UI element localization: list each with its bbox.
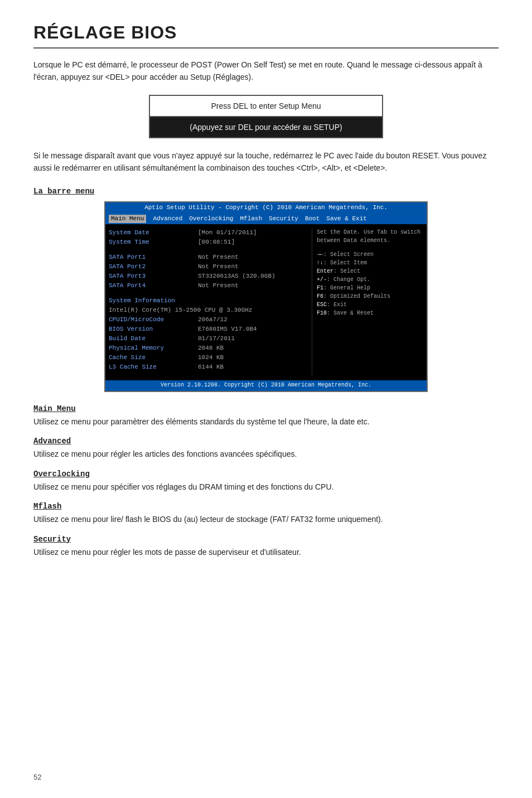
bios-sata4-value: Not Present xyxy=(198,282,239,291)
bios-sidebar: Set the Date. Use Tab to switch between … xyxy=(312,229,423,376)
menu-security-desc: Utilisez ce menu pour régler les mots de… xyxy=(33,546,499,558)
intro-paragraph2: Si le message disparaît avant que vous n… xyxy=(33,149,499,175)
bios-build-date-value: 01/17/2011 xyxy=(198,335,235,344)
bios-build-date-row: Build Date 01/17/2011 xyxy=(109,335,307,344)
menu-section-mflash: Mflash Utilisez ce menu pour lire/ flash… xyxy=(33,502,499,525)
bios-l3-cache-value: 6144 KB xyxy=(198,363,224,372)
bios-system-time-value: [00:08:51] xyxy=(198,238,235,247)
bios-body: System Date [Mon 01/17/2011] System Time… xyxy=(105,224,427,380)
bios-menu-mflash[interactable]: Mflash xyxy=(240,215,262,224)
bios-bios-ver-label: BIOS Version xyxy=(109,325,198,334)
bios-cache-size-row: Cache Size 1024 KB xyxy=(109,354,307,362)
bios-cpu-value: Intel(R) Core(TM) i5-2500 CPU @ 3.30GHz xyxy=(109,306,252,315)
menu-main-desc: Utilisez ce menu pour paramètrer des élé… xyxy=(33,415,499,428)
bios-screenshot: Aptio Setup Utility - Copyright (C) 2010… xyxy=(104,201,428,392)
menu-mflash-desc: Utilisez ce menu pour lire/ flash le BIO… xyxy=(33,513,499,525)
bios-menu-boot[interactable]: Boot xyxy=(305,215,320,224)
menu-section-main: Main Menu Utilisez ce menu pour paramètr… xyxy=(33,404,499,428)
barre-menu-section-title: La barre menu xyxy=(33,187,499,196)
press-del-box: Press DEL to enter Setup Menu (Appuyez s… xyxy=(149,95,383,138)
shortcut-3: Enter: Select xyxy=(317,267,423,275)
bios-cache-size-label: Cache Size xyxy=(109,354,198,362)
bios-cpu-row: Intel(R) Core(TM) i5-2500 CPU @ 3.30GHz xyxy=(109,306,307,315)
bios-system-time-label: System Time xyxy=(109,238,198,247)
bios-sata3-row: SATA Port3 ST3320613AS (320.0GB) xyxy=(109,272,307,281)
page-title: RÉGLAGE BIOS xyxy=(33,22,499,43)
menu-advanced-title: Advanced xyxy=(33,437,499,446)
bios-help-text: Set the Date. Use Tab to switch between … xyxy=(317,229,423,245)
bios-main-panel: System Date [Mon 01/17/2011] System Time… xyxy=(109,229,312,376)
bios-sysinfo-label: System Information xyxy=(109,297,198,306)
bios-sata1-row: SATA Port1 Not Present xyxy=(109,253,307,262)
bios-system-date-label: System Date xyxy=(109,229,198,238)
bios-sysinfo-label-row: System Information xyxy=(109,297,307,306)
bios-menu-bar: Main Menu Advanced Overclocking Mflash S… xyxy=(105,214,427,225)
bios-sata4-row: SATA Port4 Not Present xyxy=(109,282,307,291)
bios-sata4-label: SATA Port4 xyxy=(109,282,198,291)
bios-system-time-row: System Time [00:08:51] xyxy=(109,238,307,247)
menu-security-title: Security xyxy=(33,535,499,544)
bios-cpuid-row: CPUID/MicroCode 206a7/12 xyxy=(109,316,307,325)
bios-sata2-value: Not Present xyxy=(198,263,239,272)
menu-section-advanced: Advanced Utilisez ce menu pour régler le… xyxy=(33,437,499,460)
bios-sata3-value: ST3320613AS (320.0GB) xyxy=(198,272,275,281)
bios-build-date-label: Build Date xyxy=(109,335,198,344)
menu-overclocking-title: Overclocking xyxy=(33,470,499,478)
menu-main-title: Main Menu xyxy=(33,404,499,413)
bios-cpuid-label: CPUID/MicroCode xyxy=(109,316,198,325)
shortcut-7: ESC: Exit xyxy=(317,301,423,309)
bios-system-date-value: [Mon 01/17/2011] xyxy=(198,229,257,238)
shortcut-1: →←: Select Screen xyxy=(317,250,423,259)
bios-l3-cache-row: L3 Cache Size 6144 KB xyxy=(109,363,307,372)
bios-sata2-row: SATA Port2 Not Present xyxy=(109,263,307,272)
menu-mflash-title: Mflash xyxy=(33,502,499,511)
press-del-bottom-text: (Appuyez sur DEL pour accéder au SETUP) xyxy=(150,117,382,137)
bios-sata1-label: SATA Port1 xyxy=(109,253,198,262)
bios-menu-save-exit[interactable]: Save & Exit xyxy=(326,215,367,224)
shortcut-4: +/-: Change Opt. xyxy=(317,275,423,284)
bios-footer: Version 2.10.1208. Copyright (C) 2010 Am… xyxy=(105,380,427,391)
bios-phys-mem-row: Physical Memory 2048 KB xyxy=(109,344,307,353)
bios-menu-main[interactable]: Main Menu xyxy=(109,215,146,224)
shortcut-5: F1: General Help xyxy=(317,284,423,292)
menu-section-overclocking: Overclocking Utilisez ce menu pour spéci… xyxy=(33,470,499,493)
page-number: 52 xyxy=(33,773,41,781)
press-del-top-text: Press DEL to enter Setup Menu xyxy=(150,96,382,117)
bios-sata2-label: SATA Port2 xyxy=(109,263,198,272)
bios-phys-mem-label: Physical Memory xyxy=(109,344,198,353)
bios-sata1-value: Not Present xyxy=(198,253,239,262)
shortcut-6: F6: Optimized Defaults xyxy=(317,292,423,301)
shortcut-2: ↑↓: Select Item xyxy=(317,259,423,267)
bios-menu-security[interactable]: Security xyxy=(269,215,298,224)
bios-cache-size-value: 1024 KB xyxy=(198,354,224,362)
intro-paragraph1: Lorsque le PC est démarré, le processeur… xyxy=(33,59,499,84)
page-container: RÉGLAGE BIOS Lorsque le PC est démarré, … xyxy=(0,0,532,798)
bios-system-date-row: System Date [Mon 01/17/2011] xyxy=(109,229,307,238)
bios-phys-mem-value: 2048 KB xyxy=(198,344,224,353)
bios-bios-ver-value: E7680IMS V17.0B4 xyxy=(198,325,257,334)
shortcut-8: F10: Save & Reset xyxy=(317,309,423,317)
title-divider xyxy=(33,47,499,49)
menu-section-security: Security Utilisez ce menu pour régler le… xyxy=(33,535,499,558)
bios-l3-cache-label: L3 Cache Size xyxy=(109,363,198,372)
bios-menu-advanced[interactable]: Advanced xyxy=(153,215,182,224)
bios-menu-overclocking[interactable]: Overclocking xyxy=(189,215,233,224)
bios-sata3-label: SATA Port3 xyxy=(109,272,198,281)
bios-shortcuts: →←: Select Screen ↑↓: Select Item Enter:… xyxy=(317,250,423,317)
bios-cpuid-value: 206a7/12 xyxy=(198,316,228,325)
bios-bios-ver-row: BIOS Version E7680IMS V17.0B4 xyxy=(109,325,307,334)
bios-title-bar: Aptio Setup Utility - Copyright (C) 2010… xyxy=(105,202,427,214)
menu-advanced-desc: Utilisez ce menu pour régler les article… xyxy=(33,448,499,460)
menu-overclocking-desc: Utilisez ce menu pour spécifier vos régl… xyxy=(33,481,499,493)
